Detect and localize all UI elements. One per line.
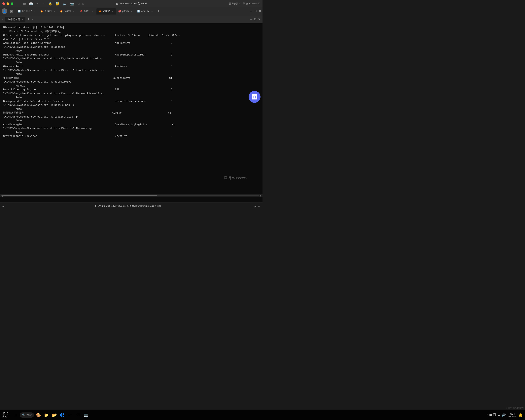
scroll-track[interactable] — [3, 195, 259, 196]
tab-github-favicon: 🐙 — [118, 10, 121, 12]
tab-huojian1[interactable]: 🔥 火绒剑 × — [38, 8, 57, 15]
terminal-line: \WINDOWS\system32\svchost.exe -k DcomLau… — [3, 103, 259, 107]
terminal-minimize-icon[interactable]: ─ — [250, 18, 252, 21]
notification-bar: ◀ 1，在推送完成后我们将会停止对3.0版本的维护以及病毒库更新。 ▶ ⚙ — [0, 202, 262, 210]
tab-huojian2[interactable]: 🔥 火绒剑 × — [58, 8, 77, 15]
tab-github-label: github — [122, 10, 129, 12]
tab-huojian1-close[interactable]: × — [53, 10, 56, 12]
terminal-line: (c) Microsoft Corporation。保留所有权利。 — [3, 30, 259, 34]
terminal-container: ▪ 命令提示符 × + ▾ ─ □ × Microsoft Windows [版… — [0, 15, 262, 202]
new-tab-button[interactable]: + — [156, 8, 161, 14]
tab-biaoqian[interactable]: 📌 标签 - × — [77, 8, 96, 15]
activation-watermark: 激活 Windows — [224, 176, 247, 180]
tab-biaoqian-label: 标签 - — [84, 9, 90, 13]
terminal-line: \WINDOWS\system32\svchost.exe -k autoTim… — [3, 80, 259, 84]
terminal-line: Base Filtering Engine BFE C: — [3, 88, 259, 92]
tab-after[interactable]: 📄 After I▶ × — [135, 8, 155, 15]
terminal-icon: ▪ — [2, 18, 3, 21]
terminal-line: \WINDOWS\system32\svchost.exe -k LocalSe… — [3, 92, 259, 96]
notification-settings-icon[interactable]: ⚙ — [258, 205, 260, 208]
tab-huojian1-label: 火绒剑 — [44, 9, 52, 13]
tab-biaoqian-favicon: 📌 — [80, 10, 83, 12]
browser-minimize-icon[interactable]: ─ — [250, 9, 252, 13]
terminal-content[interactable]: Microsoft Windows [版本 10.0.22621.3296](c… — [0, 23, 262, 194]
terminal-line: Windows Audio Endpoint Builder AudioEndp… — [3, 53, 259, 57]
scroll-left-icon[interactable]: ◀ — [1, 194, 3, 197]
traffic-lights — [2, 2, 13, 5]
terminal-line: 手机网络时间 autotimesvc C: — [3, 76, 259, 80]
lock-icon[interactable]: 🔒 — [48, 2, 52, 6]
terminal-line: 连接设备平台服务 CDPSvc C: — [3, 111, 259, 115]
browser-chrome: 👤 ▣ 📄 IIS 10.0 * × 🔥 火绒剑 × 🔥 火绒剑 × 📌 标签 … — [0, 7, 262, 15]
terminal-line: Auto — [3, 72, 259, 76]
terminal-line: \WINDOWS\system32\svchost.exe -k LocalSe… — [3, 126, 259, 131]
tab-github[interactable]: 🐙 github × — [116, 8, 135, 15]
tab-after-close[interactable]: × — [150, 10, 153, 12]
browser-body: ▪ 命令提示符 × + ▾ ─ □ × Microsoft Windows [版… — [0, 15, 262, 210]
terminal-maximize-icon[interactable]: □ — [254, 18, 256, 21]
terminal-line: C:\Users\token>wmic service get name,dis… — [3, 33, 259, 37]
tab-iis-label: IIS 10.0 * — [22, 10, 32, 12]
terminal-scrollbar: ◀ ▶ — [0, 194, 262, 197]
secure-icon[interactable]: 🔐 — [56, 2, 59, 6]
terminal-line: Microsoft Windows [版本 10.0.22621.3296] — [3, 26, 259, 30]
terminal-line: dows:\\" | findstr /i /v """" — [3, 37, 259, 41]
tab-huoxian3[interactable]: 🔥 火线安 × — [96, 8, 116, 15]
tab-biaoqian-close[interactable]: × — [91, 10, 94, 12]
tab-after-label: After I▶ — [141, 10, 149, 12]
nav-back-icon[interactable]: ◁ — [77, 2, 79, 6]
tab-huojian2-close[interactable]: × — [72, 10, 75, 12]
scroll-thumb[interactable] — [3, 195, 157, 196]
terminal-line: \WINDOWS\System32\svchost.exe -k LocalSe… — [3, 68, 259, 72]
terminal-line: Auto — [3, 95, 259, 99]
profile-avatar[interactable]: 👤 — [2, 8, 7, 14]
sidebar-button[interactable]: ▣ — [9, 8, 14, 14]
sidebar-toggle-icon[interactable]: ▭ — [23, 2, 26, 6]
mac-hint: 要释放鼠标，请按: Control-⌘ — [229, 2, 260, 5]
terminal-line: Auto — [3, 131, 259, 134]
notif-left-arrow[interactable]: ◀ — [2, 205, 4, 208]
browser-window-controls: ─ □ × — [250, 9, 261, 13]
share-icon[interactable]: ✂ — [36, 2, 39, 6]
notif-right-arrow[interactable]: ▶ — [254, 205, 256, 208]
terminal-close-icon[interactable]: × — [258, 18, 260, 21]
back-icon[interactable]: ↔ — [42, 2, 45, 5]
terminal-titlebar: ▪ 命令提示符 × + ▾ ─ □ × — [0, 15, 262, 23]
nav-fwd-icon[interactable]: ▷ — [83, 2, 85, 6]
tab-huojian2-label: 火绒剑 — [64, 9, 71, 13]
tab-after-favicon: 📄 — [137, 10, 140, 12]
tab-iis-favicon: 📄 — [18, 10, 21, 12]
terminal-tab[interactable]: 命令提示符 × — [5, 17, 26, 22]
browser-close-icon[interactable]: × — [259, 9, 261, 13]
minimize-button[interactable] — [7, 2, 9, 5]
floating-avatar: 🅰 — [249, 91, 261, 103]
tab-github-close[interactable]: × — [130, 10, 133, 12]
close-button[interactable] — [2, 2, 5, 5]
terminal-line: Auto — [3, 61, 259, 65]
terminal-line: Manual — [3, 84, 259, 88]
tab-huoxian3-close[interactable]: × — [111, 10, 114, 12]
terminal-dropdown-button[interactable]: ▾ — [32, 18, 33, 21]
mac-toolbar: ▭ 📖 ✂ ↔ 🔒 🔐 🔈 📷 ◁ ▷ — [23, 2, 85, 6]
terminal-line: \WINDOWS\system32\svchost.exe -k apphost — [3, 45, 259, 49]
browser-maximize-icon[interactable]: □ — [255, 9, 257, 13]
terminal-line: Cryptographic Services CryptSvc C: — [3, 134, 259, 138]
terminal-tab-label: 命令提示符 — [7, 18, 20, 21]
terminal-add-button[interactable]: + — [28, 17, 30, 21]
terminal-line: Windows Audio Audiosrv C: — [3, 65, 259, 68]
terminal-line: Background Tasks Infrastructure Service … — [3, 99, 259, 103]
terminal-tab-close[interactable]: × — [22, 18, 23, 21]
book-icon[interactable]: 📖 — [29, 2, 33, 6]
scroll-right-icon[interactable]: ▶ — [260, 194, 262, 197]
terminal-line: Auto — [3, 107, 259, 111]
video-icon[interactable]: 📷 — [70, 2, 74, 6]
mac-titlebar: ▭ 📖 ✂ ↔ 🔒 🔐 🔈 📷 ◁ ▷ 🖥 Windows 11 64 位 AR… — [0, 0, 262, 7]
tab-iis[interactable]: 📄 IIS 10.0 * × — [16, 8, 38, 15]
audio-icon[interactable]: 🔈 — [63, 2, 67, 6]
terminal-line: Auto — [3, 119, 259, 123]
terminal-line: Application Host Helper Service AppHostS… — [3, 41, 259, 45]
tab-iis-close[interactable]: × — [33, 10, 36, 12]
terminal-line: \WINDOWS\System32\svchost.exe -k LocalSy… — [3, 57, 259, 61]
terminal-line: \WINDOWS\system32\svchost.exe -k LocalSe… — [3, 115, 259, 119]
maximize-button[interactable] — [11, 2, 13, 5]
